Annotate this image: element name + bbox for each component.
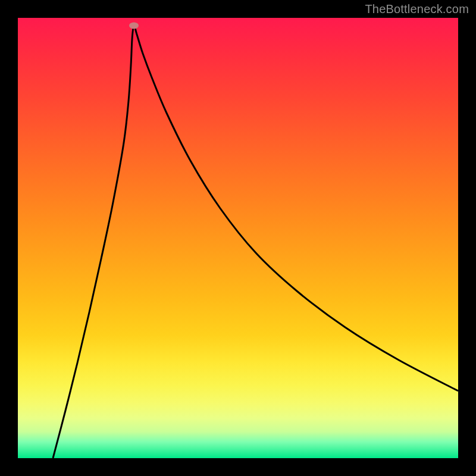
chart-frame: TheBottleneck.com <box>0 0 476 476</box>
bottleneck-curve <box>18 18 458 458</box>
minimum-marker <box>129 23 139 29</box>
plot-area <box>18 18 458 458</box>
watermark-text: TheBottleneck.com <box>365 2 469 16</box>
